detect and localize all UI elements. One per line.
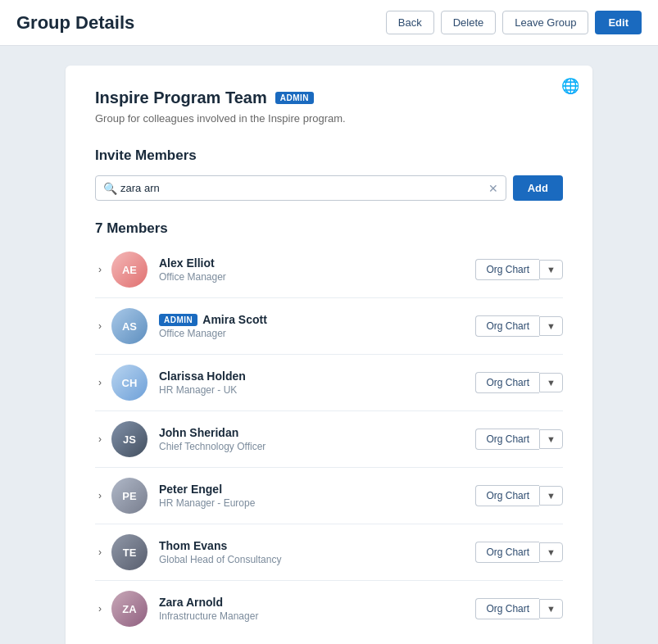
member-name-row: John Sheridan xyxy=(159,426,475,439)
member-info: John Sheridan Chief Technology Officer xyxy=(159,426,475,452)
expand-member-button[interactable]: › xyxy=(95,600,105,618)
members-list: › AE Alex Elliot Office Manager Org Char… xyxy=(95,242,563,637)
expand-member-button[interactable]: › xyxy=(95,374,105,392)
invite-search-row: 🔍 ✕ Add xyxy=(95,175,563,201)
member-row: › AS ADMIN Amira Scott Office Manager Or… xyxy=(95,298,563,355)
member-row: › ZA Zara Arnold Infrastructure Manager … xyxy=(95,581,563,637)
member-name: Thom Evans xyxy=(159,539,227,552)
member-row: › TE Thom Evans Global Head of Consultan… xyxy=(95,524,563,581)
org-chart-button[interactable]: Org Chart xyxy=(475,542,539,563)
member-name-row: Clarissa Holden xyxy=(159,370,475,383)
org-chart-button[interactable]: Org Chart xyxy=(475,259,539,280)
avatar: PE xyxy=(111,478,147,514)
org-chart-button[interactable]: Org Chart xyxy=(475,315,539,337)
edit-button[interactable]: Edit xyxy=(595,11,642,34)
member-name: John Sheridan xyxy=(159,426,238,439)
org-chart-dropdown-button[interactable]: ▼ xyxy=(539,373,563,392)
member-info: Alex Elliot Office Manager xyxy=(159,256,475,283)
member-row: › JS John Sheridan Chief Technology Offi… xyxy=(95,411,563,468)
group-name: Inspire Program Team xyxy=(95,88,267,107)
member-name-row: Peter Engel xyxy=(159,483,475,496)
org-chart-button[interactable]: Org Chart xyxy=(475,372,539,393)
member-row: › PE Peter Engel HR Manager - Europe Org… xyxy=(95,468,563,524)
member-admin-badge: ADMIN xyxy=(159,314,197,326)
back-button[interactable]: Back xyxy=(386,11,434,34)
org-chart-dropdown-button[interactable]: ▼ xyxy=(539,260,563,279)
member-info: Peter Engel HR Manager - Europe xyxy=(159,483,475,509)
member-role: Global Head of Consultancy xyxy=(159,554,475,565)
add-member-button[interactable]: Add xyxy=(513,175,563,201)
avatar: ZA xyxy=(111,591,147,627)
org-chart-button[interactable]: Org Chart xyxy=(475,485,539,506)
main-content: 🌐 Inspire Program Team ADMIN Group for c… xyxy=(0,46,658,644)
member-actions: Org Chart ▼ xyxy=(475,372,563,393)
avatar: AS xyxy=(111,308,147,344)
member-info: Clarissa Holden HR Manager - UK xyxy=(159,370,475,396)
page-title: Group Details xyxy=(16,12,134,34)
group-card: 🌐 Inspire Program Team ADMIN Group for c… xyxy=(66,66,592,644)
member-actions: Org Chart ▼ xyxy=(475,429,563,450)
member-name: Alex Elliot xyxy=(159,256,215,270)
member-row: › CH Clarissa Holden HR Manager - UK Org… xyxy=(95,355,563,411)
avatar: CH xyxy=(111,365,147,401)
member-role: HR Manager - Europe xyxy=(159,497,475,509)
member-name-row: ADMIN Amira Scott xyxy=(159,313,475,326)
member-role: Chief Technology Officer xyxy=(159,441,475,452)
member-actions: Org Chart ▼ xyxy=(475,259,563,280)
header-actions: Back Delete Leave Group Edit xyxy=(386,11,642,34)
org-chart-dropdown-button[interactable]: ▼ xyxy=(539,542,563,562)
member-role: HR Manager - UK xyxy=(159,384,475,396)
org-chart-button[interactable]: Org Chart xyxy=(475,598,539,619)
member-name: Amira Scott xyxy=(202,313,267,326)
member-name-row: Zara Arnold xyxy=(159,596,475,609)
member-role: Office Manager xyxy=(159,271,475,283)
expand-member-button[interactable]: › xyxy=(95,261,105,279)
member-role: Office Manager xyxy=(159,328,475,339)
invite-section-title: Invite Members xyxy=(95,147,563,164)
member-name: Zara Arnold xyxy=(159,596,223,609)
member-name: Peter Engel xyxy=(159,483,222,496)
member-name: Clarissa Holden xyxy=(159,370,246,383)
member-info: Thom Evans Global Head of Consultancy xyxy=(159,539,475,565)
expand-member-button[interactable]: › xyxy=(95,317,105,335)
expand-member-button[interactable]: › xyxy=(95,430,105,448)
group-description: Group for colleagues involved in the Ins… xyxy=(95,112,563,125)
member-role: Infrastructure Manager xyxy=(159,610,475,622)
delete-button[interactable]: Delete xyxy=(441,11,497,34)
header: Group Details Back Delete Leave Group Ed… xyxy=(0,0,658,46)
search-icon: 🔍 xyxy=(103,182,117,195)
org-chart-dropdown-button[interactable]: ▼ xyxy=(539,486,563,506)
org-chart-dropdown-button[interactable]: ▼ xyxy=(539,429,563,449)
member-actions: Org Chart ▼ xyxy=(475,315,563,337)
org-chart-dropdown-button[interactable]: ▼ xyxy=(539,599,563,619)
member-actions: Org Chart ▼ xyxy=(475,598,563,619)
member-actions: Org Chart ▼ xyxy=(475,485,563,506)
admin-badge: ADMIN xyxy=(275,92,314,104)
member-actions: Org Chart ▼ xyxy=(475,542,563,563)
expand-member-button[interactable]: › xyxy=(95,487,105,505)
org-chart-button[interactable]: Org Chart xyxy=(475,429,539,450)
member-info: ADMIN Amira Scott Office Manager xyxy=(159,313,475,339)
avatar: JS xyxy=(111,421,147,457)
globe-icon[interactable]: 🌐 xyxy=(561,77,579,95)
group-name-row: Inspire Program Team ADMIN xyxy=(95,88,563,107)
member-name-row: Thom Evans xyxy=(159,539,475,552)
clear-search-button[interactable]: ✕ xyxy=(488,183,498,194)
search-wrapper: 🔍 ✕ xyxy=(95,175,506,201)
expand-member-button[interactable]: › xyxy=(95,543,105,561)
avatar: TE xyxy=(111,534,147,570)
member-info: Zara Arnold Infrastructure Manager xyxy=(159,596,475,622)
member-name-row: Alex Elliot xyxy=(159,256,475,270)
search-input[interactable] xyxy=(95,175,506,201)
member-row: › AE Alex Elliot Office Manager Org Char… xyxy=(95,242,563,298)
leave-group-button[interactable]: Leave Group xyxy=(502,11,588,34)
avatar: AE xyxy=(111,252,147,288)
members-section-title: 7 Members xyxy=(95,220,563,237)
org-chart-dropdown-button[interactable]: ▼ xyxy=(539,316,563,336)
